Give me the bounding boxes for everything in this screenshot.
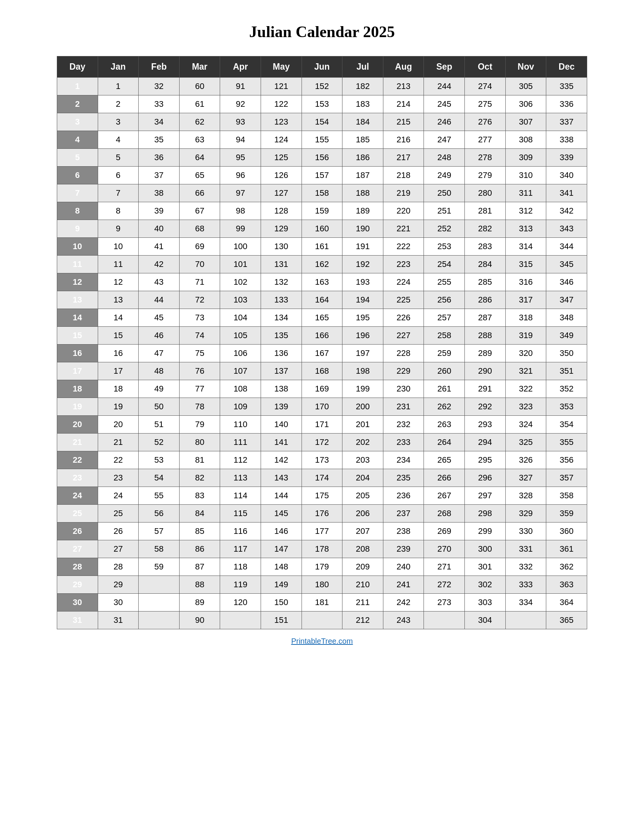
cell-day6-jan: 6 <box>98 167 138 184</box>
cell-day27-dec: 361 <box>546 540 587 558</box>
cell-day2-aug: 214 <box>383 95 424 113</box>
cell-day19-mar: 78 <box>179 398 220 416</box>
table-row: 88396798128159189220251281312342 <box>57 202 587 220</box>
cell-day26-mar: 85 <box>179 523 220 540</box>
julian-calendar-table: DayJanFebMarAprMayJunJulAugSepOctNovDec … <box>57 56 587 629</box>
cell-day13-sep: 256 <box>424 291 465 309</box>
cell-day19-sep: 262 <box>424 398 465 416</box>
cell-day29-may: 149 <box>261 576 302 594</box>
table-row: 66376596126157187218249279310340 <box>57 167 587 184</box>
table-row: 25255684115145176206237268298329359 <box>57 505 587 523</box>
cell-day25-nov: 329 <box>506 505 546 523</box>
cell-day3-sep: 246 <box>424 113 465 131</box>
cell-day21-sep: 264 <box>424 434 465 451</box>
cell-day7-jun: 158 <box>301 184 343 202</box>
cell-day22-feb: 53 <box>138 451 180 469</box>
cell-day16-oct: 289 <box>465 344 506 362</box>
day-cell-3: 3 <box>57 113 98 131</box>
cell-day4-jul: 185 <box>343 131 383 149</box>
cell-day2-mar: 61 <box>179 95 220 113</box>
cell-day31-oct: 304 <box>465 611 506 629</box>
cell-day15-sep: 258 <box>424 327 465 344</box>
cell-day5-apr: 95 <box>220 149 261 167</box>
cell-day24-jan: 24 <box>98 487 138 505</box>
cell-day1-jan: 1 <box>98 78 138 95</box>
cell-day8-feb: 39 <box>138 202 180 220</box>
cell-day30-sep: 273 <box>424 594 465 611</box>
cell-day24-sep: 267 <box>424 487 465 505</box>
cell-day12-nov: 316 <box>506 273 546 291</box>
cell-day16-mar: 75 <box>179 344 220 362</box>
cell-day23-feb: 54 <box>138 469 180 487</box>
cell-day28-sep: 271 <box>424 558 465 576</box>
cell-day12-jan: 12 <box>98 273 138 291</box>
table-row: 28285987118148179209240271301332362 <box>57 558 587 576</box>
cell-day6-dec: 340 <box>546 167 587 184</box>
cell-day18-apr: 108 <box>220 380 261 398</box>
cell-day31-may: 151 <box>261 611 302 629</box>
cell-day10-sep: 253 <box>424 238 465 256</box>
col-header-oct: Oct <box>465 56 506 78</box>
cell-day14-jun: 165 <box>301 309 343 327</box>
cell-day27-apr: 117 <box>220 540 261 558</box>
cell-day11-jun: 162 <box>301 256 343 273</box>
cell-day4-mar: 63 <box>179 131 220 149</box>
cell-day5-jul: 186 <box>343 149 383 167</box>
table-row: 14144573104134165195226257287318348 <box>57 309 587 327</box>
cell-day29-apr: 119 <box>220 576 261 594</box>
cell-day11-nov: 315 <box>506 256 546 273</box>
cell-day21-aug: 233 <box>383 434 424 451</box>
cell-day26-oct: 299 <box>465 523 506 540</box>
cell-day13-may: 133 <box>261 291 302 309</box>
cell-day3-nov: 307 <box>506 113 546 131</box>
col-header-jul: Jul <box>343 56 383 78</box>
cell-day13-apr: 103 <box>220 291 261 309</box>
cell-day29-aug: 241 <box>383 576 424 594</box>
cell-day28-feb: 59 <box>138 558 180 576</box>
cell-day1-may: 121 <box>261 78 302 95</box>
cell-day15-nov: 319 <box>506 327 546 344</box>
cell-day27-nov: 331 <box>506 540 546 558</box>
table-row: 303089120150181211242273303334364 <box>57 594 587 611</box>
cell-day2-apr: 92 <box>220 95 261 113</box>
cell-day15-may: 135 <box>261 327 302 344</box>
printabletree-link[interactable]: PrintableTree.com <box>291 637 353 645</box>
day-cell-9: 9 <box>57 220 98 238</box>
cell-day20-may: 140 <box>261 416 302 434</box>
cell-day9-oct: 282 <box>465 220 506 238</box>
cell-day31-jul: 212 <box>343 611 383 629</box>
cell-day6-oct: 279 <box>465 167 506 184</box>
cell-day23-sep: 266 <box>424 469 465 487</box>
cell-day8-dec: 342 <box>546 202 587 220</box>
cell-day24-aug: 236 <box>383 487 424 505</box>
cell-day26-nov: 330 <box>506 523 546 540</box>
cell-day17-nov: 321 <box>506 362 546 380</box>
cell-day18-may: 138 <box>261 380 302 398</box>
cell-day24-jul: 205 <box>343 487 383 505</box>
cell-day26-dec: 360 <box>546 523 587 540</box>
day-cell-22: 22 <box>57 451 98 469</box>
table-row: 27275886117147178208239270300331361 <box>57 540 587 558</box>
table-row: 12124371102132163193224255285316346 <box>57 273 587 291</box>
cell-day4-aug: 216 <box>383 131 424 149</box>
cell-day18-nov: 322 <box>506 380 546 398</box>
table-row: 44356394124155185216247277308338 <box>57 131 587 149</box>
cell-day13-dec: 347 <box>546 291 587 309</box>
table-row: 292988119149180210241272302333363 <box>57 576 587 594</box>
cell-day11-sep: 254 <box>424 256 465 273</box>
cell-day30-jan: 30 <box>98 594 138 611</box>
cell-day21-jan: 21 <box>98 434 138 451</box>
cell-day29-feb <box>138 576 180 594</box>
footer-link[interactable]: PrintableTree.com <box>291 637 353 646</box>
cell-day22-aug: 234 <box>383 451 424 469</box>
day-cell-1: 1 <box>57 78 98 95</box>
day-cell-12: 12 <box>57 273 98 291</box>
table-row: 17174876107137168198229260290321351 <box>57 362 587 380</box>
cell-day24-apr: 114 <box>220 487 261 505</box>
day-cell-14: 14 <box>57 309 98 327</box>
table-row: 15154674105135166196227258288319349 <box>57 327 587 344</box>
cell-day2-oct: 275 <box>465 95 506 113</box>
cell-day14-oct: 287 <box>465 309 506 327</box>
cell-day31-aug: 243 <box>383 611 424 629</box>
cell-day23-mar: 82 <box>179 469 220 487</box>
